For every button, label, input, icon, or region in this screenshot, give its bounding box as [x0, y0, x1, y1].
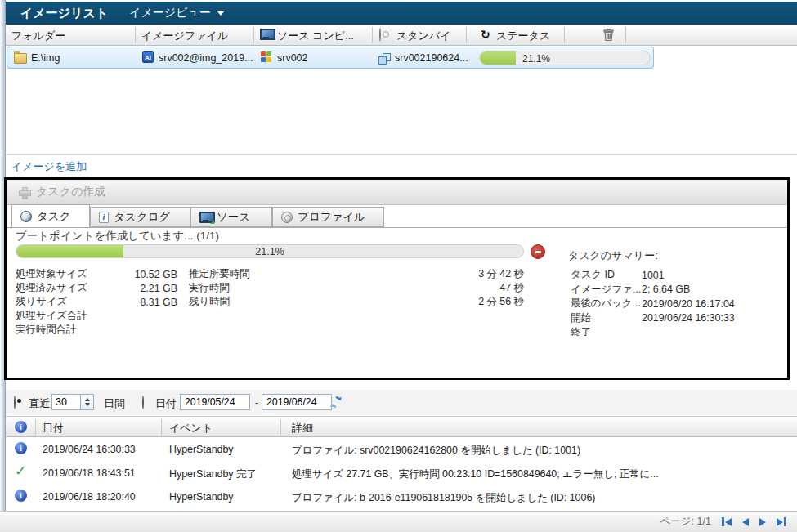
summary-label: タスク ID [568, 268, 642, 282]
log-detail: 処理サイズ 27.71 GB、実行時間 00:23:10 ID=15608496… [292, 467, 659, 481]
column-divider [135, 27, 136, 43]
image-row-standby: srv002190624... [395, 52, 468, 64]
source-monitor-icon [199, 212, 212, 222]
summary-label: 最後のバック... [568, 297, 642, 311]
create-task-header: タスクの作成 [7, 180, 787, 205]
summary-label: 開始 [568, 311, 642, 325]
column-date[interactable]: 日付 [43, 421, 64, 436]
column-divider [253, 27, 254, 43]
row-progress-label: 21.1% [480, 53, 593, 65]
tab-task[interactable]: タスク [11, 204, 90, 227]
stat-row: 実行時間合計 [16, 323, 524, 337]
summary-value: 2019/06/20 16:17:04 [642, 298, 735, 310]
application-window: イメージリスト イメージビュー フォルダー イメージファイル ソース コンピ..… [0, 0, 797, 532]
log-detail: プロファイル: srv002190624162800 を開始しました (ID: … [292, 444, 580, 458]
log-table-header: i 日付 イベント 詳細 [6, 416, 797, 437]
log-date: 2019/06/24 16:30:33 [43, 444, 136, 455]
recent-days-input[interactable] [51, 394, 81, 410]
column-status[interactable]: ステータス [496, 29, 550, 43]
task-tabs: タスク i タスクログ ソース プロファイル [7, 205, 787, 228]
date-range-separator: - [255, 396, 258, 409]
plus-icon [19, 187, 29, 198]
quantity-stepper[interactable] [81, 394, 94, 410]
task-progress-bar: 21.1% [16, 244, 524, 258]
date-radio[interactable] [142, 396, 144, 409]
nav-last-icon [777, 518, 783, 526]
first-page-button[interactable] [722, 517, 732, 526]
summary-row: イメージファ... 2; 6.64 GB [568, 283, 735, 297]
log-filter-bar: 直近 日間 日付 - [6, 390, 797, 415]
column-divider [625, 27, 626, 43]
info-icon: i [15, 442, 27, 454]
task-status-text: ブートポイントを作成しています... (1/1) [16, 229, 219, 244]
stat-label: 残りサイズ [16, 295, 132, 309]
image-view-menu-label: イメージビュー [129, 6, 211, 20]
last-page-button[interactable] [777, 517, 786, 526]
stat-label: 処理済みサイズ [16, 281, 132, 295]
task-progress-label: 21.1% [16, 246, 523, 257]
log-row[interactable]: ✓ 2019/06/18 18:43:51 HyperStandby 完了 処理… [6, 462, 797, 485]
chevron-down-icon [217, 11, 225, 16]
log-event: HyperStandby [169, 444, 234, 455]
log-event: HyperStandby 完了 [169, 467, 257, 481]
prev-page-button[interactable] [742, 518, 749, 526]
column-image-file[interactable]: イメージファイル [141, 29, 228, 43]
title-bar: イメージリスト イメージビュー [6, 2, 797, 25]
column-folder[interactable]: フォルダー [11, 29, 65, 43]
row-progress-bar: 21.1% [479, 51, 651, 65]
image-list-row[interactable]: E:\img Ai srv002@img_2019... srv002 srv0… [7, 47, 654, 69]
trash-icon[interactable] [602, 28, 615, 44]
log-date: 2019/06/18 18:20:40 [43, 491, 136, 503]
stat-row: 処理サイズ合計 [16, 309, 524, 323]
create-task-label[interactable]: タスクの作成 [36, 185, 105, 199]
tab-profile[interactable]: プロファイル [272, 207, 384, 227]
nav-prev-icon [742, 518, 749, 526]
check-icon: ✓ [15, 466, 26, 477]
summary-value: 1001 [642, 270, 735, 281]
date-from-input[interactable] [180, 394, 250, 410]
task-summary: タスクのサマリー: タスク ID 1001 イメージファ... 2; 6.64 … [568, 248, 735, 340]
date-to-input[interactable] [262, 394, 332, 410]
next-page-button[interactable] [759, 518, 766, 526]
task-log-icon: i [99, 212, 109, 223]
cancel-task-button[interactable] [531, 244, 545, 259]
stat-value: 8.31 GB [132, 297, 177, 308]
summary-row: 最後のバック... 2019/06/20 16:17:04 [568, 297, 735, 311]
stat-label: 実行時間合計 [16, 323, 132, 337]
summary-row: 終了 [568, 325, 735, 340]
image-view-menu[interactable]: イメージビュー [129, 6, 225, 20]
summary-value: 2019/06/24 16:30:33 [642, 312, 735, 324]
tab-source[interactable]: ソース [190, 207, 272, 227]
add-image-link[interactable]: イメージを追加 [11, 159, 87, 174]
info-icon: i [15, 490, 27, 502]
recent-days-control [51, 394, 94, 410]
stat-label: 処理サイズ合計 [16, 309, 132, 323]
stat-label: 実行時間 [177, 281, 365, 295]
spinner-up-icon[interactable] [85, 398, 90, 401]
tab-task-log-label: タスクログ [114, 210, 170, 225]
recent-radio[interactable] [14, 396, 16, 409]
stat-row: 残りサイズ 8.31 GB 残り時間 2 分 56 秒 [16, 295, 524, 309]
stat-value: 2.21 GB [132, 283, 177, 294]
stat-row: 処理済みサイズ 2.21 GB 実行時間 47 秒 [16, 281, 524, 295]
column-source-computer[interactable]: ソース コンピ... [277, 29, 354, 43]
column-detail[interactable]: 詳細 [292, 421, 313, 436]
column-standby[interactable]: スタンバイ [396, 29, 451, 43]
spinner-down-icon[interactable] [85, 403, 90, 406]
add-image-row: イメージを追加 [6, 154, 797, 176]
tab-task-log[interactable]: i タスクログ [90, 207, 190, 227]
stat-value: 2 分 56 秒 [365, 295, 524, 309]
log-row[interactable]: i 2019/06/24 16:30:33 HyperStandby プロファイ… [6, 438, 797, 462]
image-file-icon: Ai [142, 51, 154, 63]
log-detail: プロファイル: b-2016-e1190618181905 を開始しました (I… [292, 491, 595, 505]
log-row[interactable]: i 2019/06/18 18:20:40 HyperStandby プロファイ… [6, 485, 797, 509]
summary-label: 終了 [568, 325, 642, 339]
log-date: 2019/06/18 18:43:51 [43, 467, 136, 479]
task-stats: 処理対象サイズ 10.52 GB 推定所要時間 3 分 42 秒 処理済みサイズ… [16, 267, 524, 337]
stat-label: 残り時間 [177, 295, 365, 309]
refresh-icon[interactable] [329, 396, 343, 411]
column-event[interactable]: イベント [169, 421, 213, 436]
column-divider [564, 27, 565, 43]
image-list-header: フォルダー イメージファイル ソース コンピ... スタンバイ ↻ ステータス [6, 25, 797, 46]
recent-label: 直近 [29, 396, 50, 411]
